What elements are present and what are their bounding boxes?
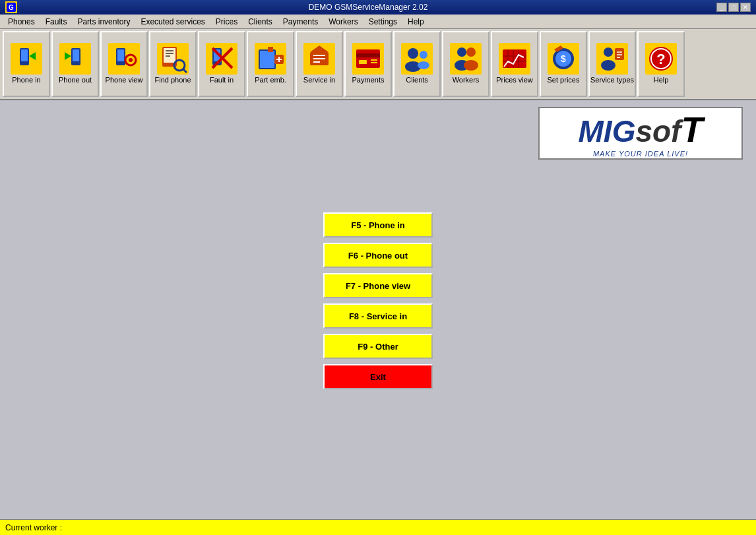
logo-soft: sof bbox=[635, 113, 681, 149]
window-controls[interactable]: _ □ ✕ bbox=[716, 3, 751, 12]
menu-executed-services[interactable]: Executed services bbox=[135, 16, 210, 28]
svg-rect-15 bbox=[117, 49, 124, 61]
logo-text-row: MIG sof T bbox=[579, 109, 703, 150]
svg-text:?: ? bbox=[656, 51, 665, 67]
find-phone-label: Find phone bbox=[154, 76, 191, 84]
logo-tagline: MAKE YOUR IDEA LIVE! bbox=[593, 150, 688, 158]
toolbar-service-in[interactable]: Service in bbox=[296, 31, 343, 97]
f9-other-button[interactable]: F9 - Other bbox=[323, 334, 433, 359]
workers-icon bbox=[450, 43, 482, 75]
svg-point-18 bbox=[129, 58, 133, 62]
part-emb-label: Part emb. bbox=[255, 76, 286, 84]
menu-payments[interactable]: Payments bbox=[278, 16, 323, 28]
maximize-button[interactable]: □ bbox=[728, 3, 739, 12]
phone-in-label: Phone in bbox=[12, 76, 40, 84]
svg-point-55 bbox=[418, 61, 429, 69]
fault-in-label: Fault in bbox=[210, 76, 234, 84]
svg-rect-5 bbox=[21, 49, 28, 61]
logo: MIG sof T MAKE YOUR IDEA LIVE! bbox=[538, 107, 743, 160]
svg-point-57 bbox=[457, 47, 466, 57]
service-types-label: Service types bbox=[590, 76, 634, 84]
svg-rect-46 bbox=[356, 49, 380, 68]
menu-bar: Phones Faults Parts inventory Executed s… bbox=[0, 15, 756, 29]
toolbar-payments[interactable]: Payments bbox=[344, 31, 392, 97]
svg-point-60 bbox=[464, 60, 478, 71]
fault-in-icon bbox=[206, 43, 237, 75]
phone-view-label: Phone view bbox=[106, 76, 143, 84]
toolbar-service-types[interactable]: Service types bbox=[588, 31, 636, 97]
svg-point-74 bbox=[601, 60, 615, 71]
svg-text:G: G bbox=[9, 4, 14, 11]
svg-rect-11 bbox=[74, 63, 78, 64]
toolbar-phone-out[interactable]: Phone out bbox=[51, 31, 99, 97]
menu-phones[interactable]: Phones bbox=[3, 16, 40, 28]
toolbar-set-prices[interactable]: $ Set prices bbox=[540, 31, 587, 97]
svg-rect-75 bbox=[615, 48, 624, 60]
toolbar-phone-in[interactable]: Phone in bbox=[3, 31, 50, 97]
svg-text:$: $ bbox=[561, 53, 566, 64]
close-button[interactable]: ✕ bbox=[740, 3, 751, 12]
svg-rect-34 bbox=[260, 51, 274, 68]
phone-out-label: Phone out bbox=[59, 76, 92, 84]
service-in-icon bbox=[303, 43, 335, 75]
f7-phone-view-button[interactable]: F7 - Phone view bbox=[323, 273, 433, 298]
menu-prices[interactable]: Prices bbox=[210, 16, 243, 28]
main-content: MIG sof T MAKE YOUR IDEA LIVE! F5 - Phon… bbox=[0, 100, 756, 519]
phone-out-icon bbox=[59, 43, 91, 75]
menu-workers[interactable]: Workers bbox=[323, 16, 363, 28]
center-buttons: F5 - Phone in F6 - Phone out F7 - Phone … bbox=[323, 212, 433, 389]
help-label: Help bbox=[654, 76, 669, 84]
svg-point-52 bbox=[408, 48, 418, 59]
exit-button[interactable]: Exit bbox=[323, 364, 433, 389]
help-icon: ? bbox=[645, 43, 677, 75]
prices-view-icon bbox=[499, 43, 530, 75]
logo-mig: MIG bbox=[579, 113, 636, 149]
menu-clients[interactable]: Clients bbox=[243, 16, 278, 28]
minimize-button[interactable]: _ bbox=[716, 3, 727, 12]
payments-icon bbox=[352, 43, 384, 75]
svg-point-59 bbox=[466, 47, 476, 57]
menu-settings[interactable]: Settings bbox=[363, 16, 402, 28]
svg-point-54 bbox=[420, 51, 427, 59]
clients-label: Clients bbox=[406, 76, 428, 84]
toolbar-workers[interactable]: Workers bbox=[442, 31, 489, 97]
logo-t: T bbox=[681, 109, 703, 150]
service-types-icon bbox=[596, 43, 628, 75]
clients-icon bbox=[401, 43, 433, 75]
service-in-label: Service in bbox=[303, 76, 335, 84]
title-left: G bbox=[5, 1, 20, 13]
set-prices-icon: $ bbox=[548, 43, 579, 75]
prices-view-label: Prices view bbox=[496, 76, 533, 84]
toolbar-part-emb[interactable]: Part emb. bbox=[247, 31, 294, 97]
phone-in-icon bbox=[11, 43, 42, 75]
svg-rect-48 bbox=[359, 60, 367, 64]
toolbar-clients[interactable]: Clients bbox=[393, 31, 441, 97]
phone-view-icon bbox=[108, 43, 140, 75]
find-phone-icon bbox=[157, 43, 189, 75]
status-text: Current worker : bbox=[5, 523, 62, 532]
set-prices-label: Set prices bbox=[548, 76, 580, 84]
menu-faults[interactable]: Faults bbox=[40, 16, 73, 28]
f6-phone-out-button[interactable]: F6 - Phone out bbox=[323, 243, 433, 268]
svg-rect-56 bbox=[450, 43, 482, 75]
toolbar-prices-view[interactable]: Prices view bbox=[491, 31, 538, 97]
toolbar-help[interactable]: ? Help bbox=[637, 31, 685, 97]
logo-inner: MIG sof T MAKE YOUR IDEA LIVE! bbox=[579, 109, 703, 158]
svg-rect-16 bbox=[119, 63, 123, 64]
menu-help[interactable]: Help bbox=[402, 16, 429, 28]
f8-service-in-button[interactable]: F8 - Service in bbox=[323, 303, 433, 329]
menu-parts-inventory[interactable]: Parts inventory bbox=[72, 16, 135, 28]
status-bar: Current worker : bbox=[0, 519, 756, 535]
f5-phone-in-button[interactable]: F5 - Phone in bbox=[323, 212, 433, 237]
toolbar-phone-view[interactable]: Phone view bbox=[100, 31, 148, 97]
svg-rect-47 bbox=[356, 53, 380, 57]
payments-label: Payments bbox=[352, 76, 385, 84]
workers-label: Workers bbox=[453, 76, 480, 84]
svg-rect-62 bbox=[503, 49, 526, 68]
toolbar-fault-in[interactable]: Fault in bbox=[198, 31, 245, 97]
svg-point-73 bbox=[604, 47, 613, 57]
part-emb-icon bbox=[255, 43, 286, 75]
toolbar-find-phone[interactable]: Find phone bbox=[149, 31, 197, 97]
title-bar: G DEMO GSMServiceManager 2.02 _ □ ✕ bbox=[0, 0, 756, 15]
window-title: DEMO GSMServiceManager 2.02 bbox=[20, 3, 716, 12]
